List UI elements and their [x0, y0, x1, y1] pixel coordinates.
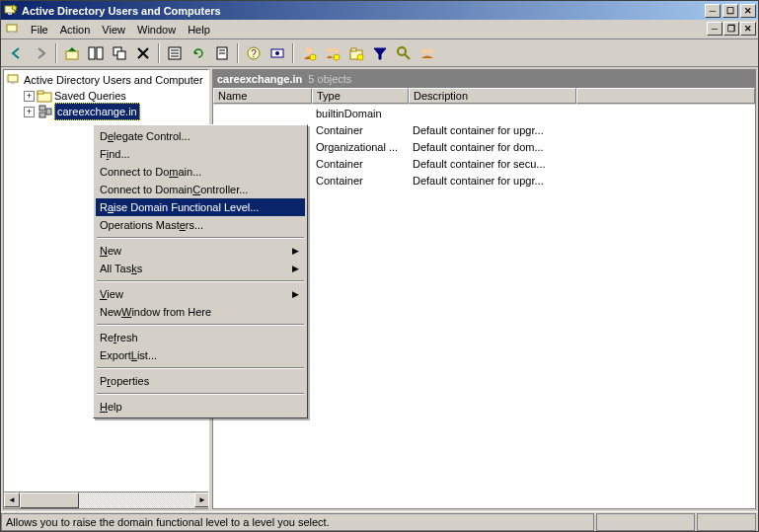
- find-button[interactable]: [266, 42, 288, 64]
- refresh-button[interactable]: [188, 42, 209, 64]
- mdi-restore-button[interactable]: ❐: [723, 22, 739, 36]
- menu-bar: File Action View Window Help ─ ❐ ✕: [1, 20, 758, 39]
- col-filler: [576, 88, 755, 104]
- list-header-bar: careexchange.in 5 objects: [213, 70, 755, 88]
- find-objects-button[interactable]: [393, 42, 415, 64]
- ctx-separator: [97, 324, 304, 326]
- svg-point-20: [306, 47, 312, 53]
- cell-type: Organizational ...: [312, 141, 409, 153]
- main-window: Active Directory Users and Computers ─ ☐…: [0, 0, 759, 532]
- expand-icon[interactable]: +: [24, 91, 35, 102]
- status-bar: Allows you to raise the domain functiona…: [1, 511, 758, 531]
- menu-window[interactable]: Window: [131, 22, 182, 38]
- ctx-connect-domain[interactable]: Connect to Domain...: [96, 163, 305, 181]
- ctx-all-tasks[interactable]: All Tasks▶: [96, 260, 305, 277]
- up-button[interactable]: [61, 42, 83, 64]
- toolbar: ?: [1, 39, 758, 67]
- column-headers: Name Type Description: [213, 88, 755, 105]
- cell-type: Container: [312, 175, 409, 187]
- maximize-button[interactable]: ☐: [722, 4, 738, 18]
- ctx-export-list[interactable]: Export List...: [96, 346, 305, 364]
- ctx-properties[interactable]: Properties: [96, 372, 305, 390]
- ctx-view[interactable]: View▶: [96, 285, 305, 303]
- ctx-separator: [97, 367, 304, 369]
- menu-action[interactable]: Action: [54, 22, 97, 38]
- tree-root[interactable]: Active Directory Users and Computer: [6, 72, 206, 88]
- tree-saved-queries[interactable]: + Saved Queries: [6, 88, 206, 104]
- menu-file[interactable]: File: [25, 22, 54, 38]
- title-bar[interactable]: Active Directory Users and Computers ─ ☐…: [1, 1, 758, 20]
- submenu-arrow-icon: ▶: [292, 246, 299, 256]
- mdi-close-button[interactable]: ✕: [740, 22, 756, 36]
- col-description[interactable]: Description: [409, 88, 576, 104]
- menu-help[interactable]: Help: [182, 22, 216, 38]
- tree-domain[interactable]: + careexchange.in: [6, 104, 206, 119]
- close-button[interactable]: ✕: [740, 4, 756, 18]
- mdi-minimize-button[interactable]: ─: [707, 22, 722, 36]
- cut-button[interactable]: [109, 42, 130, 64]
- cell-desc: Default container for secu...: [409, 158, 576, 170]
- back-button[interactable]: [6, 42, 28, 64]
- minimize-button[interactable]: ─: [705, 4, 721, 18]
- ctx-new-window[interactable]: New Window from Here: [96, 303, 305, 321]
- svg-rect-1: [8, 12, 12, 15]
- ctx-connect-dc[interactable]: Connect to Domain Controller...: [96, 181, 305, 198]
- forward-button[interactable]: [30, 42, 51, 64]
- scroll-left-button[interactable]: ◄: [4, 493, 20, 507]
- ctx-raise-functional-level[interactable]: Raise Domain Functional Level...: [96, 198, 305, 216]
- horizontal-scrollbar[interactable]: ◄ ►: [4, 492, 209, 508]
- filter-button[interactable]: [369, 42, 391, 64]
- svg-point-22: [328, 47, 333, 52]
- svg-point-30: [422, 48, 427, 53]
- window-title: Active Directory Users and Computers: [22, 5, 705, 17]
- help-button[interactable]: ?: [243, 42, 265, 64]
- svg-rect-33: [11, 81, 15, 84]
- svg-point-24: [334, 54, 340, 60]
- status-text: Allows you to raise the domain functiona…: [1, 513, 594, 531]
- svg-rect-32: [8, 75, 18, 82]
- domain-icon: [37, 104, 52, 119]
- ctx-find[interactable]: Find...: [96, 145, 305, 163]
- mdi-icon: [5, 22, 21, 38]
- svg-rect-37: [39, 113, 45, 117]
- tree-domain-label: careexchange.in: [54, 103, 140, 120]
- new-group-button[interactable]: [322, 42, 343, 64]
- col-name[interactable]: Name: [213, 88, 312, 104]
- status-right-2: [697, 513, 756, 531]
- expand-icon[interactable]: +: [24, 107, 35, 117]
- scroll-right-button[interactable]: ►: [194, 493, 209, 507]
- show-hide-tree-button[interactable]: [85, 42, 107, 64]
- svg-rect-36: [39, 106, 45, 111]
- list-row[interactable]: builtinDomain: [213, 105, 755, 121]
- svg-rect-3: [10, 31, 14, 34]
- submenu-arrow-icon: ▶: [292, 289, 299, 299]
- export-button[interactable]: [211, 42, 233, 64]
- aduc-icon: [6, 72, 22, 88]
- tree-saved-queries-label: Saved Queries: [54, 88, 126, 104]
- ctx-separator: [97, 280, 304, 282]
- properties-button[interactable]: [164, 42, 186, 64]
- svg-point-23: [334, 47, 339, 52]
- svg-rect-6: [97, 47, 103, 59]
- col-type[interactable]: Type: [312, 88, 409, 104]
- svg-rect-2: [7, 25, 17, 32]
- scroll-track[interactable]: [20, 493, 194, 508]
- new-user-button[interactable]: [298, 42, 320, 64]
- svg-rect-4: [66, 51, 78, 59]
- ctx-operations-masters[interactable]: Operations Masters...: [96, 216, 305, 234]
- svg-point-31: [428, 48, 433, 53]
- delete-button[interactable]: [132, 42, 154, 64]
- ctx-delegate-control[interactable]: Delegate Control...: [96, 127, 305, 145]
- scroll-thumb[interactable]: [20, 493, 79, 508]
- add-to-group-button[interactable]: [417, 42, 438, 64]
- ctx-refresh[interactable]: Refresh: [96, 329, 305, 346]
- ctx-new[interactable]: New▶: [96, 242, 305, 260]
- svg-point-19: [275, 51, 279, 55]
- ctx-help[interactable]: Help: [96, 398, 305, 416]
- svg-text:?: ?: [251, 48, 257, 59]
- submenu-arrow-icon: ▶: [292, 264, 299, 273]
- cell-type: Container: [312, 158, 409, 170]
- menu-view[interactable]: View: [96, 22, 131, 38]
- new-ou-button[interactable]: [345, 42, 367, 64]
- svg-rect-5: [89, 47, 95, 59]
